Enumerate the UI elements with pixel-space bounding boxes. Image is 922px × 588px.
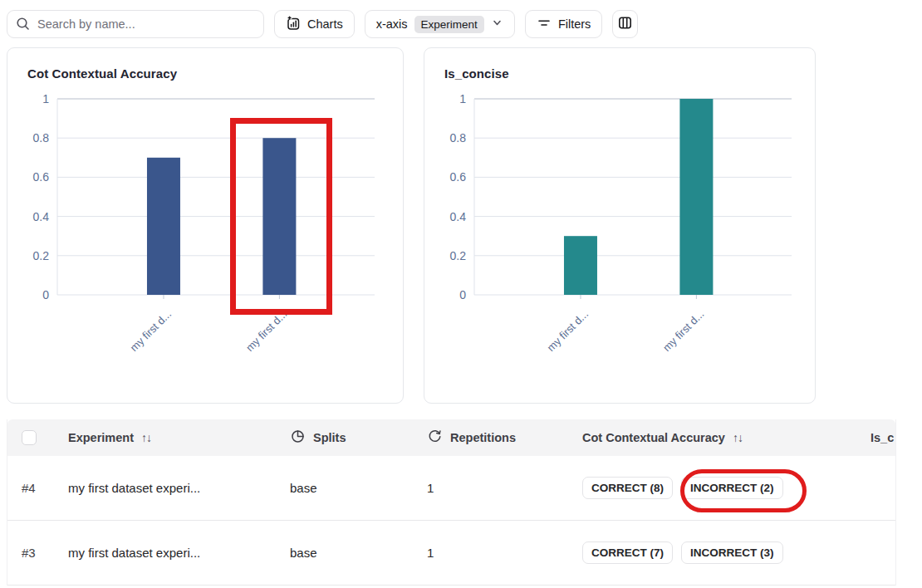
svg-text:my first d...: my first d... xyxy=(545,308,591,355)
repetitions-value: 1 xyxy=(427,546,582,560)
bar-chart-plus-icon xyxy=(286,16,301,33)
table-header-row: Experiment ↑↓ Splits Repetitions Cot C xyxy=(7,419,895,456)
sort-icon[interactable]: ↑↓ xyxy=(141,431,151,444)
filters-button[interactable]: Filters xyxy=(525,10,602,38)
incorrect-badge: INCORRECT (3) xyxy=(681,541,783,564)
svg-text:my first d...: my first d... xyxy=(128,308,174,355)
svg-text:0: 0 xyxy=(459,288,466,301)
svg-text:1: 1 xyxy=(459,92,466,105)
correct-badge: CORRECT (8) xyxy=(582,477,673,499)
svg-text:1: 1 xyxy=(42,92,49,105)
splits-value: base xyxy=(290,546,427,560)
svg-text:0.4: 0.4 xyxy=(450,210,467,223)
xaxis-label: x-axis xyxy=(376,17,408,31)
bar-chart-is-concise: 00.20.40.60.81my first d...my first d... xyxy=(434,86,807,365)
toolbar: Charts x-axis Experiment Filters xyxy=(0,0,922,38)
svg-text:0.6: 0.6 xyxy=(450,170,467,184)
chart-card-is-concise: Is_concise 00.20.40.60.81my first d...my… xyxy=(424,47,816,404)
column-header-cot-contextual-accuracy[interactable]: Cot Contextual Accuracy ↑↓ xyxy=(582,431,871,444)
row-number: #3 xyxy=(7,546,68,560)
filters-button-label: Filters xyxy=(558,17,591,31)
splits-value: base xyxy=(290,481,427,495)
charts-button-label: Charts xyxy=(307,17,343,31)
column-label: Repetitions xyxy=(450,431,516,444)
column-header-repetitions: Repetitions xyxy=(427,429,582,447)
experiments-table: Experiment ↑↓ Splits Repetitions Cot C xyxy=(7,419,896,586)
svg-text:0.8: 0.8 xyxy=(450,131,467,145)
repetitions-value: 1 xyxy=(427,481,582,495)
incorrect-badge: INCORRECT (2) xyxy=(681,477,783,499)
svg-text:0.2: 0.2 xyxy=(450,249,467,262)
xaxis-selected-value: Experiment xyxy=(414,16,484,33)
score-badges: CORRECT (7) INCORRECT (3) xyxy=(582,541,871,564)
chart-title: Is_concise xyxy=(444,66,815,81)
columns-icon xyxy=(617,15,633,33)
repeat-icon xyxy=(427,429,443,447)
search-input[interactable] xyxy=(7,10,264,38)
search-icon xyxy=(16,17,30,34)
svg-text:0.6: 0.6 xyxy=(33,170,50,184)
column-label: Experiment xyxy=(68,431,134,444)
column-header-splits: Splits xyxy=(290,429,427,447)
score-badges: CORRECT (8) INCORRECT (2) xyxy=(582,477,871,499)
experiment-name[interactable]: my first dataset experi... xyxy=(68,546,290,560)
correct-badge: CORRECT (7) xyxy=(582,541,673,564)
table-row[interactable]: #3 my first dataset experi... base 1 COR… xyxy=(7,521,895,586)
column-label: Splits xyxy=(313,431,346,444)
column-label: Is_c xyxy=(871,431,894,444)
chart-title: Cot Contextual Accuracy xyxy=(27,66,403,81)
svg-text:0.2: 0.2 xyxy=(33,249,50,262)
row-number: #4 xyxy=(7,481,68,495)
select-all-cell xyxy=(7,430,68,445)
pie-chart-icon xyxy=(290,429,306,447)
column-header-experiment[interactable]: Experiment ↑↓ xyxy=(68,431,290,444)
xaxis-select[interactable]: x-axis Experiment xyxy=(365,10,515,38)
search-box[interactable] xyxy=(7,10,264,38)
charts-button[interactable]: Charts xyxy=(274,10,355,38)
chevron-down-icon xyxy=(491,17,503,32)
filter-lines-icon xyxy=(537,16,552,33)
svg-text:0.8: 0.8 xyxy=(33,131,50,145)
chart-card-cot-contextual-accuracy: Cot Contextual Accuracy 00.20.40.60.81my… xyxy=(7,47,404,404)
svg-text:my first d...: my first d... xyxy=(660,308,707,355)
column-label: Cot Contextual Accuracy xyxy=(582,431,725,444)
column-visibility-button[interactable] xyxy=(612,10,638,38)
charts-row: Cot Contextual Accuracy 00.20.40.60.81my… xyxy=(7,47,922,404)
column-header-is-concise-truncated: Is_c xyxy=(871,431,895,444)
select-all-checkbox[interactable] xyxy=(22,430,37,445)
svg-text:0: 0 xyxy=(42,288,49,301)
svg-text:my first d...: my first d... xyxy=(243,308,290,355)
sort-icon[interactable]: ↑↓ xyxy=(733,431,743,444)
bar-chart-cot-contextual-accuracy: 00.20.40.60.81my first d...my first d... xyxy=(17,86,393,365)
svg-text:0.4: 0.4 xyxy=(33,210,50,223)
experiment-name[interactable]: my first dataset experi... xyxy=(68,481,290,495)
table-row[interactable]: #4 my first dataset experi... base 1 COR… xyxy=(7,456,895,521)
